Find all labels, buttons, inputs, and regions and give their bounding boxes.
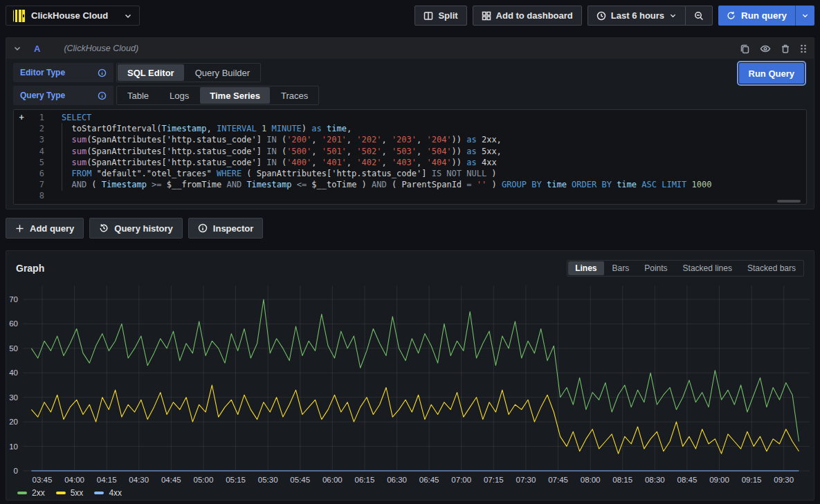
mode-lines[interactable]: Lines (568, 261, 603, 275)
x-tick-label: 05:15 (226, 476, 246, 484)
editor-type-query-builder[interactable]: Query Builder (185, 64, 259, 81)
code-line[interactable]: 7 AND ( Timestamp >= $__fromTime AND Tim… (14, 179, 806, 190)
mode-bars[interactable]: Bars (605, 261, 637, 275)
x-tick-label: 05:00 (194, 476, 214, 484)
remove-query-trash-icon[interactable] (781, 44, 790, 54)
query-type-table[interactable]: Table (118, 87, 158, 104)
x-tick-label: 07:30 (516, 476, 536, 484)
query-type-row: Query Type Table Logs Time Series Traces (13, 86, 807, 105)
query-type-time-series[interactable]: Time Series (200, 87, 270, 104)
x-tick-label: 06:45 (419, 476, 439, 484)
plus-icon (15, 224, 24, 233)
run-query-editor-button[interactable]: Run Query (739, 63, 804, 84)
datasource-name: ClickHouse Cloud (31, 10, 118, 21)
clickhouse-logo-icon (13, 10, 26, 22)
chevron-down-icon (669, 12, 677, 19)
mode-stacked-bars[interactable]: Stacked bars (740, 261, 803, 275)
chart-legend: 2xx 5xx 4xx (6, 486, 814, 500)
sql-code-editor[interactable]: +1SELECT2 toStartOfInterval(Timestamp, I… (13, 109, 807, 205)
x-tick-label: 08:00 (581, 476, 601, 484)
clock-icon (596, 11, 606, 21)
y-tick-label: 70 (9, 295, 18, 304)
graph-panel: Graph Lines Bars Points Stacked lines St… (6, 250, 814, 501)
duplicate-query-icon[interactable] (740, 44, 750, 54)
split-pane-icon (423, 11, 433, 21)
series-2xx[interactable] (31, 299, 799, 442)
inspector-button[interactable]: Inspector (188, 218, 264, 239)
x-tick-label: 05:30 (258, 476, 278, 484)
code-line[interactable]: 4 sum(SpanAttributes['http.status_code']… (14, 146, 806, 157)
query-type-group: Table Logs Time Series Traces (116, 86, 319, 105)
zoom-out-button[interactable] (685, 6, 713, 26)
query-datasource-hint: (ClickHouse Cloud) (64, 44, 138, 53)
code-line[interactable]: 8 (14, 190, 806, 201)
code-line[interactable]: 5 sum(SpanAttributes['http.status_code']… (14, 157, 806, 168)
query-type-label: Query Type (13, 86, 113, 105)
legend-swatch (94, 492, 104, 494)
mode-stacked-lines[interactable]: Stacked lines (676, 261, 739, 275)
info-icon[interactable] (98, 91, 107, 100)
editor-type-row: Editor Type SQL Editor Query Builder Run… (13, 63, 807, 82)
horizontal-scrollbar[interactable] (777, 200, 801, 203)
x-tick-label: 05:45 (290, 476, 310, 484)
indent-guide (62, 123, 62, 191)
run-query-split-button: Run query (718, 6, 814, 26)
run-query-button[interactable]: Run query (718, 6, 796, 26)
sync-icon (727, 11, 736, 20)
code-line[interactable]: +1SELECT (14, 112, 806, 123)
query-actions-row: Add query Query history Inspector (6, 218, 814, 239)
add-query-button[interactable]: Add query (6, 218, 84, 239)
x-tick-label: 04:00 (64, 476, 84, 484)
add-to-dashboard-button[interactable]: Add to dashboard (473, 6, 582, 26)
query-history-button[interactable]: Query history (89, 218, 183, 239)
chevron-down-icon (801, 12, 809, 19)
x-tick-label: 08:45 (677, 476, 698, 484)
legend-item-4xx[interactable]: 4xx (94, 488, 122, 498)
time-picker-group: Last 6 hours (587, 6, 713, 26)
code-line[interactable]: 3 sum(SpanAttributes['http.status_code']… (14, 134, 806, 145)
datasource-picker[interactable]: ClickHouse Cloud (6, 6, 140, 26)
x-tick-label: 09:30 (774, 476, 794, 484)
legend-item-2xx[interactable]: 2xx (17, 488, 45, 498)
y-tick-label: 40 (9, 368, 18, 377)
time-range-button[interactable]: Last 6 hours (587, 6, 685, 26)
x-tick-label: 03:45 (33, 476, 53, 484)
graph-mode-group: Lines Bars Points Stacked lines Stacked … (567, 260, 804, 277)
time-series-chart[interactable]: 03:4504:0004:1504:3004:4505:0005:1505:30… (6, 279, 814, 486)
legend-swatch (56, 492, 66, 494)
x-tick-label: 07:45 (548, 476, 568, 484)
chevron-down-icon (124, 12, 132, 20)
code-line[interactable]: 2 toStartOfInterval(Timestamp, INTERVAL … (14, 123, 806, 134)
hide-response-eye-icon[interactable] (760, 44, 771, 54)
drag-handle-icon[interactable] (800, 44, 807, 54)
x-tick-label: 04:45 (161, 476, 181, 484)
x-tick-label: 08:30 (645, 476, 665, 484)
collapse-chevron-icon[interactable] (13, 44, 21, 53)
x-tick-label: 06:15 (355, 476, 375, 484)
y-tick-label: 30 (9, 393, 18, 402)
y-tick-label: 50 (9, 344, 18, 353)
info-icon[interactable] (98, 68, 107, 77)
x-tick-label: 07:15 (484, 476, 504, 484)
mode-points[interactable]: Points (637, 261, 674, 275)
code-line[interactable]: 6 FROM "default"."otel_traces" WHERE ( S… (14, 168, 806, 179)
x-tick-label: 09:00 (709, 476, 729, 484)
split-button[interactable]: Split (414, 6, 466, 26)
graph-panel-title: Graph (16, 263, 44, 274)
run-query-caret-button[interactable] (796, 6, 814, 26)
query-type-logs[interactable]: Logs (160, 87, 199, 104)
editor-type-label: Editor Type (13, 63, 113, 82)
x-tick-label: 07:00 (451, 476, 471, 484)
x-tick-label: 04:30 (129, 476, 149, 484)
zoom-out-icon (694, 11, 704, 21)
dashboard-grid-icon (482, 11, 491, 21)
editor-type-group: SQL Editor Query Builder (116, 63, 261, 82)
legend-swatch (17, 492, 27, 494)
explore-toolbar: ClickHouse Cloud Split Add to dashboard … (0, 0, 820, 30)
query-editor-panel: A (ClickHouse Cloud) Editor Type (6, 37, 814, 209)
y-tick-label: 20 (9, 418, 18, 426)
query-type-traces[interactable]: Traces (271, 87, 318, 104)
editor-type-sql-editor[interactable]: SQL Editor (118, 64, 184, 81)
query-row-header[interactable]: A (ClickHouse Cloud) (6, 38, 814, 59)
legend-item-5xx[interactable]: 5xx (56, 488, 84, 498)
